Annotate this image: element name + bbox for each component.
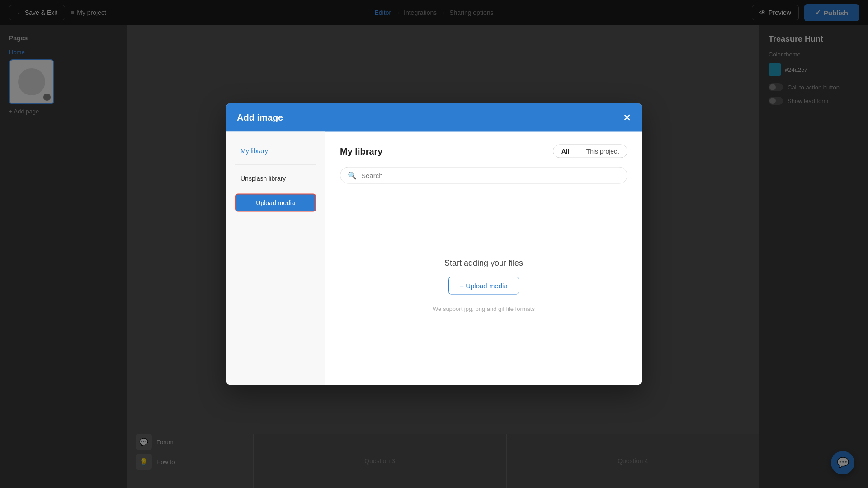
filter-this-project-button[interactable]: This project bbox=[578, 145, 627, 158]
empty-state-title: Start adding your files bbox=[444, 258, 523, 268]
modal-title: Add image bbox=[237, 113, 283, 123]
support-text: We support jpg, png and gif file formats bbox=[433, 305, 535, 312]
modal-main-content: My library All This project 🔍 Start addi… bbox=[326, 132, 642, 385]
search-input[interactable] bbox=[361, 172, 620, 179]
modal-body: My library Unsplash library Upload media… bbox=[226, 132, 642, 385]
upload-media-main-button[interactable]: + Upload media bbox=[448, 277, 519, 295]
search-bar: 🔍 bbox=[340, 167, 627, 184]
modal-main-header: My library All This project bbox=[340, 145, 627, 158]
sidebar-divider bbox=[235, 164, 316, 165]
filter-group: All This project bbox=[553, 145, 627, 158]
modal-header: Add image ✕ bbox=[226, 103, 642, 132]
unsplash-library-tab[interactable]: Unsplash library bbox=[235, 170, 316, 187]
upload-media-sidebar-button[interactable]: Upload media bbox=[235, 194, 316, 212]
modal-sidebar: My library Unsplash library Upload media bbox=[226, 132, 326, 385]
modal-main-title: My library bbox=[340, 146, 382, 156]
filter-all-button[interactable]: All bbox=[553, 145, 578, 158]
add-image-modal: Add image ✕ My library Unsplash library … bbox=[226, 103, 642, 385]
modal-close-button[interactable]: ✕ bbox=[623, 113, 631, 122]
empty-state: Start adding your files + Upload media W… bbox=[340, 198, 627, 372]
my-library-tab[interactable]: My library bbox=[235, 143, 316, 159]
search-icon: 🔍 bbox=[348, 171, 357, 180]
